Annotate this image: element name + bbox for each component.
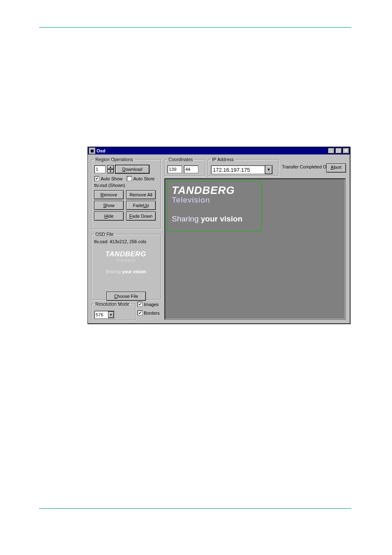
footer-rule <box>39 508 351 509</box>
checkbox-icon: ✔ <box>94 176 99 181</box>
transfer-status: Transfer Completed OK <box>282 164 330 169</box>
logo-brand: TANDBERG <box>172 185 257 196</box>
checkbox-icon <box>127 176 132 181</box>
region-spin-up[interactable]: ▲ <box>107 165 114 169</box>
checkbox-icon: ✔ <box>137 302 143 307</box>
coord-y-input[interactable] <box>184 165 198 173</box>
fade-up-button[interactable]: Fade Up <box>126 201 156 210</box>
choose-file-button[interactable]: Choose File <box>106 292 146 301</box>
auto-show-checkbox[interactable]: ✔ Auto Show <box>94 176 122 181</box>
maximize-button[interactable]: □ <box>335 148 342 154</box>
app-icon: ▦ <box>89 147 95 154</box>
preview-canvas[interactable]: TANDBERG Television Sharing your vision <box>164 178 346 320</box>
fade-down-button[interactable]: Fade Down <box>126 212 156 221</box>
auto-store-checkbox[interactable]: Auto Store <box>127 176 154 181</box>
region-operations-legend: Region Operations <box>94 157 134 162</box>
chevron-down-icon: ▼ <box>108 311 114 318</box>
ip-dropdown-button[interactable]: ▼ <box>265 165 272 174</box>
titlebar: ▦ Osd _ □ ✕ <box>88 147 350 154</box>
ip-address-legend: IP Address <box>211 157 235 162</box>
coordinates-legend: Coordinates <box>167 157 194 162</box>
osd-window: ▦ Osd _ □ ✕ Region Operations ▲ ▼ Downlo… <box>88 147 350 324</box>
osd-file-thumbnail: TANDBERG Television Sharing your vision <box>95 251 157 281</box>
region-spin-down[interactable]: ▼ <box>107 169 114 173</box>
coord-x-input[interactable] <box>167 165 182 173</box>
region-status-text: ttv.osd (Shown) <box>94 183 158 188</box>
checkbox-icon: ✔ <box>137 310 143 315</box>
osd-region-preview[interactable]: TANDBERG Television Sharing your vision <box>167 181 262 231</box>
osd-file-info: ttv.osd: 413x212, 256 cols <box>94 239 158 244</box>
images-checkbox[interactable]: ✔ Images <box>137 302 160 307</box>
close-button[interactable]: ✕ <box>343 148 349 154</box>
resolution-mode-legend: Resolution Mode <box>94 302 131 306</box>
remove-button[interactable]: Remove <box>94 190 124 199</box>
resolution-mode-group: Resolution Mode 576 ▼ <box>91 302 136 320</box>
minimize-button[interactable]: _ <box>328 148 334 154</box>
window-title: Osd <box>97 148 327 153</box>
borders-checkbox[interactable]: ✔ Borders <box>137 310 160 315</box>
logo-subtitle: Television <box>172 196 257 205</box>
show-button[interactable]: Show <box>94 201 124 210</box>
region-operations-group: Region Operations ▲ ▼ Download ✔ Auto Sh… <box>91 157 161 229</box>
header-rule <box>39 27 351 28</box>
remove-all-button[interactable]: Remove All <box>126 190 156 199</box>
resolution-select[interactable]: 576 ▼ <box>94 311 115 319</box>
ip-address-group: IP Address ▼ <box>208 157 279 176</box>
logo-tagline: Sharing your vision <box>172 214 257 223</box>
ip-address-input[interactable] <box>211 165 265 174</box>
hide-button[interactable]: Hide <box>94 212 124 221</box>
coordinates-group: Coordinates <box>164 157 205 176</box>
region-index-input[interactable] <box>94 165 106 173</box>
osd-file-legend: OSD File <box>94 232 115 237</box>
abort-button[interactable]: Abort <box>326 164 346 173</box>
download-button[interactable]: Download <box>115 165 149 173</box>
